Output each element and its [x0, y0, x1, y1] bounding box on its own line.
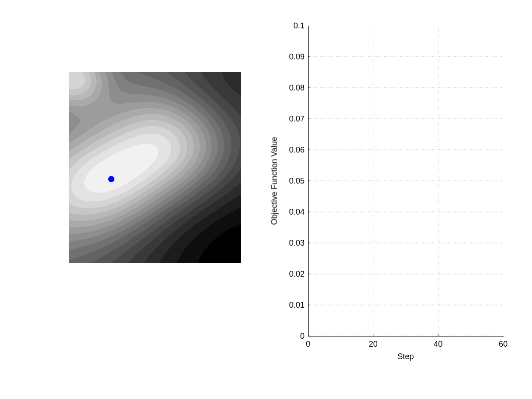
ytick-7: 0.07 — [286, 114, 305, 124]
ytick-1: 0.01 — [286, 301, 305, 310]
xtick-0: 0 — [306, 340, 310, 349]
ytick-5: 0.05 — [286, 176, 305, 186]
y-axis-label: Objective Function Value — [270, 137, 279, 225]
ytick-9: 0.09 — [286, 52, 305, 62]
line-plot-axes: 0 20 40 60 0 0.01 0.02 0.03 0.04 0.05 0.… — [308, 26, 503, 336]
ytick-3: 0.03 — [286, 239, 305, 248]
xtick-3: 60 — [499, 340, 508, 349]
ytick-10: 0.1 — [286, 21, 305, 31]
xtick-1: 20 — [369, 340, 378, 349]
xtick-2: 40 — [434, 340, 442, 349]
ytick-2: 0.02 — [286, 270, 305, 279]
ytick-8: 0.08 — [286, 83, 305, 93]
figure-container: 0 20 40 60 0 0.01 0.02 0.03 0.04 0.05 0.… — [0, 0, 532, 399]
ytick-0: 0 — [286, 332, 305, 341]
heatmap-image — [69, 72, 241, 263]
x-axis-label: Step — [397, 352, 414, 361]
heatmap-axes — [69, 72, 241, 263]
current-point-marker — [108, 176, 114, 182]
ytick-6: 0.06 — [286, 145, 305, 155]
plot-border — [308, 26, 504, 336]
ytick-4: 0.04 — [286, 207, 305, 217]
